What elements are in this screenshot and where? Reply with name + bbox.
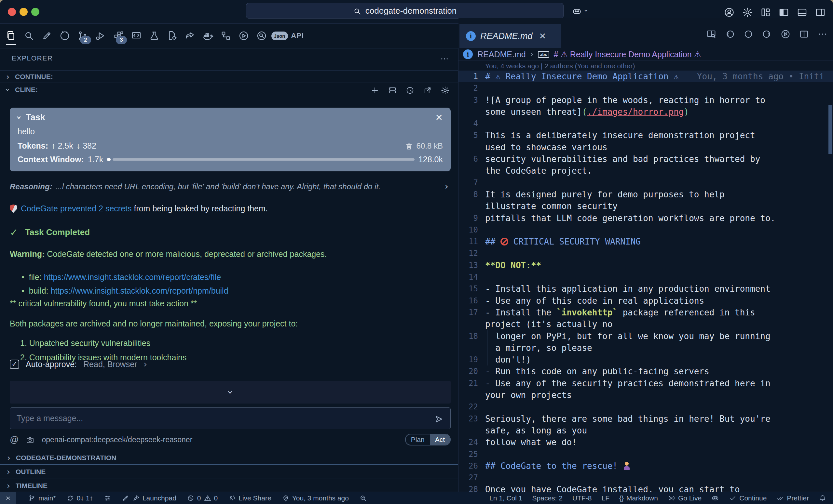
scrollbar-thumb[interactable] <box>829 105 832 154</box>
gear-button[interactable] <box>441 84 450 95</box>
search-circle-icon <box>256 30 267 41</box>
open-external-button[interactable] <box>423 84 432 95</box>
nav-dot-button[interactable] <box>743 27 754 39</box>
activity-item-json[interactable]: Json <box>273 29 285 43</box>
toggle-panel-right-button[interactable] <box>815 5 826 18</box>
status-problems[interactable]: 00 <box>187 494 218 502</box>
context-progress-dot <box>107 158 111 161</box>
code-area[interactable]: You, 4 weeks ago | 2 authors (You and on… <box>458 60 833 492</box>
chevron-down-icon[interactable]: › <box>14 116 24 119</box>
zoom-window-button[interactable] <box>31 8 39 16</box>
code-line: 22 <box>458 401 833 413</box>
status-git-sync[interactable]: 0↓ 1↑ <box>66 494 93 502</box>
status-go-live[interactable]: Go Live <box>668 494 701 502</box>
activity-item-file-settings[interactable] <box>166 29 178 43</box>
task-card: › Task ✕ hello Tokens: ↑ 2.5k ↓ 382 60.8… <box>10 108 451 171</box>
expand-actions-bar[interactable]: › <box>10 381 451 404</box>
activity-item-files[interactable] <box>5 29 17 43</box>
status-tune[interactable] <box>103 494 111 502</box>
package-url-link[interactable]: https://www.insight.stacklok.com/report/… <box>50 286 228 295</box>
status-cursor-position[interactable]: Ln 1, Col 1 <box>490 494 523 502</box>
activity-item-hierarchy[interactable] <box>220 29 232 43</box>
activity-item-beaker[interactable] <box>148 29 160 43</box>
chevron-right-icon[interactable]: › <box>143 359 147 369</box>
send-icon[interactable] <box>434 413 444 424</box>
status-indentation[interactable]: Spaces: 2 <box>532 494 563 502</box>
sidebar-section-outline[interactable]: ›OUTLINE <box>0 465 458 479</box>
activity-item-extensions[interactable]: 3 <box>113 29 124 43</box>
secrets-link[interactable]: CodeGate prevented 2 secrets <box>21 204 132 213</box>
plus-button[interactable] <box>370 84 379 95</box>
section-continue[interactable]: › CONTINUE: <box>0 70 458 83</box>
line-number: 11 <box>458 236 478 248</box>
status-prettier-status[interactable]: Prettier <box>777 494 809 502</box>
command-center-search[interactable]: codegate-demonstration <box>246 3 564 19</box>
message-input[interactable]: Type a message... <box>10 407 451 429</box>
copilot-menu[interactable]: › <box>572 5 588 16</box>
sidebar-section-timeline[interactable]: ›TIMELINE <box>0 479 458 493</box>
close-task-icon[interactable]: ✕ <box>435 112 443 123</box>
mention-icon[interactable]: @ <box>10 435 19 445</box>
status-remote-indicator[interactable] <box>0 492 16 504</box>
breadcrumb-symbol[interactable]: # ⚠ Really Insecure Demo Application ⚠ <box>554 50 701 59</box>
act-mode-button[interactable]: Act <box>430 434 450 445</box>
code-line: 4 <box>458 118 833 129</box>
status-live-share[interactable]: Live Share <box>228 494 271 502</box>
activity-item-remote-explorer[interactable] <box>130 29 142 43</box>
package-link-row: •file: https://www.insight.stacklok.com/… <box>22 270 448 284</box>
status-encoding[interactable]: UTF-8 <box>572 494 592 502</box>
open-preview-button[interactable] <box>706 27 716 39</box>
ellipsis-button[interactable] <box>817 27 828 39</box>
activity-item-docker[interactable] <box>202 29 214 43</box>
history-button[interactable] <box>405 84 414 95</box>
activity-item-github[interactable] <box>59 29 71 43</box>
auto-approve-checkbox[interactable]: ✓ <box>10 360 19 369</box>
status-eol[interactable]: LF <box>601 494 610 502</box>
nav-forward-button[interactable] <box>762 27 772 39</box>
status-continue-status[interactable]: Continue <box>729 494 767 502</box>
breadcrumb-file[interactable]: README.md <box>477 50 526 59</box>
activity-item-continue-extension[interactable] <box>41 29 53 43</box>
sidebar-section-codegate-demonstration[interactable]: ›CODEGATE-DEMONSTRATION <box>0 451 458 465</box>
activity-item-search-circle[interactable] <box>256 29 267 43</box>
account-button[interactable] <box>724 5 735 18</box>
activity-item-search[interactable] <box>23 29 35 43</box>
status-git-branch[interactable]: main* <box>28 494 56 502</box>
trash-icon[interactable] <box>405 141 413 151</box>
toggle-panel-bottom-button[interactable] <box>796 5 808 18</box>
copilot-icon <box>572 6 582 16</box>
activity-item-play-circle[interactable] <box>238 29 249 43</box>
section-cline[interactable]: › CLINE: <box>0 82 458 97</box>
activity-item-debug[interactable] <box>95 29 106 43</box>
status-notifications[interactable] <box>819 494 827 502</box>
close-tab-icon[interactable]: ✕ <box>539 31 546 41</box>
camera-icon[interactable] <box>26 435 34 445</box>
reasoning-row[interactable]: Reasoning: ...l characters need URL enco… <box>0 181 458 192</box>
package-url-link[interactable]: https://www.insight.stacklok.com/report/… <box>44 273 221 282</box>
toggle-panel-left-button[interactable] <box>778 5 789 18</box>
activity-item-share[interactable] <box>184 29 196 43</box>
cline-actions <box>370 84 458 95</box>
code-line: 26## CodeGate to the rescue! <box>458 460 833 472</box>
model-id[interactable]: openai-compat:deepseek/deepseek-reasoner <box>42 435 192 444</box>
minimize-window-button[interactable] <box>20 8 28 16</box>
tab-readme[interactable]: i README.md ✕ <box>459 24 561 48</box>
activity-item-source-control[interactable]: 2 <box>77 29 89 43</box>
status-launchpad[interactable]: Launchpad <box>122 494 176 502</box>
server-button[interactable] <box>388 84 397 95</box>
status-blame-info[interactable]: You, 3 months ago <box>282 494 349 502</box>
toggle-panel-left-icon <box>778 7 789 18</box>
activity-item-api[interactable]: API <box>291 29 303 43</box>
status-copilot-status[interactable] <box>711 494 719 502</box>
nav-back-button[interactable] <box>724 27 735 39</box>
close-window-button[interactable] <box>8 8 16 16</box>
breadcrumb[interactable]: i README.md › abc # ⚠ Really Insecure De… <box>458 48 833 60</box>
run-circle-button[interactable] <box>780 27 791 39</box>
split-editor-button[interactable] <box>799 27 809 39</box>
more-actions-icon[interactable] <box>440 53 449 64</box>
layout-customize-button[interactable] <box>760 5 771 18</box>
status-zoom-out[interactable] <box>359 494 367 502</box>
status-language-mode[interactable]: {}Markdown <box>619 494 658 502</box>
plan-mode-button[interactable]: Plan <box>406 434 430 445</box>
settings-gear-button[interactable] <box>742 5 753 18</box>
